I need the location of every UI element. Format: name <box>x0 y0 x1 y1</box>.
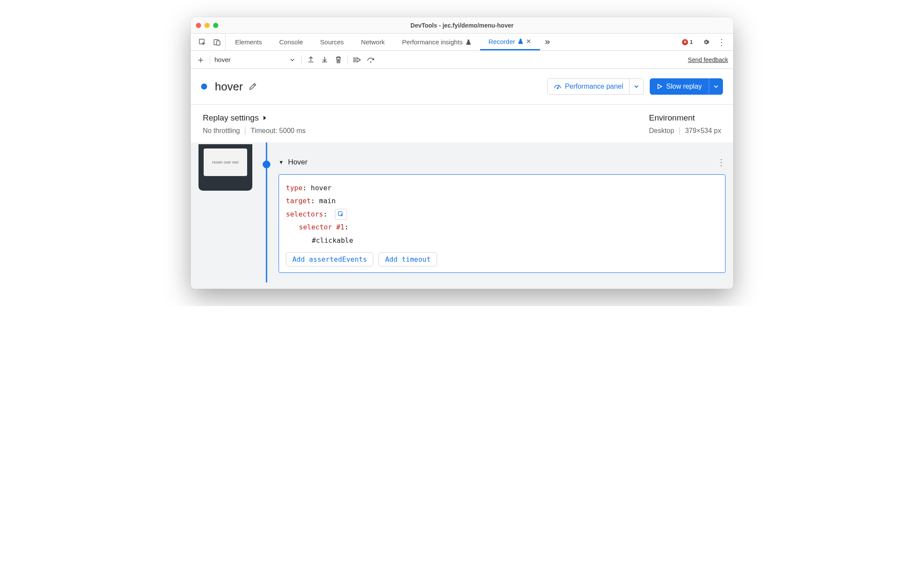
selector-1-key: selector #1 <box>299 223 344 231</box>
flask-icon <box>518 38 524 44</box>
send-feedback-link[interactable]: Send feedback <box>688 56 728 63</box>
replay-settings-heading[interactable]: Replay settings <box>203 113 306 123</box>
tab-performance-insights[interactable]: Performance insights <box>394 34 480 50</box>
step-title: Hover <box>288 158 307 167</box>
error-count-badge[interactable]: ✕ 1 <box>679 38 695 46</box>
step-target-value[interactable]: main <box>319 197 336 205</box>
step-selectors-key: selectors <box>286 210 323 218</box>
timeout-value: Timeout: 5000 ms <box>251 127 305 135</box>
svg-point-4 <box>557 88 558 89</box>
step-play-icon[interactable] <box>352 55 362 65</box>
step-type-value[interactable]: hover <box>311 184 332 192</box>
tab-sources[interactable]: Sources <box>312 34 353 50</box>
play-icon <box>657 84 663 90</box>
recording-header: hover Performance panel <box>191 69 733 105</box>
chevron-down-icon[interactable] <box>288 55 297 65</box>
kebab-menu-icon[interactable]: ⋮ <box>717 37 726 47</box>
slow-replay-caret[interactable] <box>709 78 723 95</box>
new-recording-icon[interactable]: ＋ <box>196 55 205 65</box>
thumbnail-content: Hover over me! <box>204 148 247 176</box>
window-title: DevTools - jec.fyi/demo/menu-hover <box>191 22 733 29</box>
tab-network[interactable]: Network <box>353 34 394 50</box>
edit-title-icon[interactable] <box>248 82 257 91</box>
devtools-window: DevTools - jec.fyi/demo/menu-hover Eleme… <box>191 17 733 289</box>
svg-point-3 <box>370 61 372 62</box>
inspect-tools <box>194 34 226 50</box>
settings-gear-icon[interactable] <box>701 37 711 47</box>
svg-rect-2 <box>217 41 220 45</box>
device-value: Desktop <box>649 127 674 135</box>
step-kebab-icon[interactable]: ⋮ <box>717 157 726 167</box>
titlebar: DevTools - jec.fyi/demo/menu-hover <box>191 17 733 34</box>
step-body: type: hover target: main selectors: sele… <box>279 174 726 273</box>
error-count: 1 <box>690 39 693 45</box>
environment-heading: Environment <box>649 113 721 123</box>
slow-replay-main[interactable]: Slow replay <box>650 83 709 90</box>
panel-tabs: Elements Console Sources Network Perform… <box>191 34 733 51</box>
selector-picker-icon[interactable] <box>335 209 347 220</box>
recording-select[interactable]: hover <box>214 56 283 63</box>
step-thumbnail[interactable]: Hover over me! <box>198 144 252 191</box>
import-icon[interactable] <box>320 55 329 65</box>
more-tabs-icon[interactable] <box>543 37 552 47</box>
error-icon: ✕ <box>682 39 688 45</box>
collapse-triangle-icon: ▼ <box>279 159 284 165</box>
close-tab-icon[interactable]: ✕ <box>526 38 531 45</box>
inspect-element-icon[interactable] <box>198 37 207 47</box>
export-icon[interactable] <box>306 55 316 65</box>
add-timeout-button[interactable]: Add timeout <box>378 252 437 266</box>
device-toggle-icon[interactable] <box>212 37 222 47</box>
settings-row: Replay settings No throttling Timeout: 5… <box>191 105 733 142</box>
recording-status-dot <box>201 84 207 90</box>
recorder-toolbar: ＋ hover Send feedback <box>191 51 733 69</box>
dimensions-value: 379×534 px <box>685 127 721 135</box>
tab-recorder[interactable]: Recorder ✕ <box>480 34 540 50</box>
step-target-key: target <box>286 197 311 205</box>
step-over-icon[interactable] <box>366 55 375 65</box>
chevron-right-icon <box>262 115 267 121</box>
tab-console[interactable]: Console <box>271 34 312 50</box>
timeline-step-dot <box>263 161 270 168</box>
tab-elements[interactable]: Elements <box>226 34 271 50</box>
gauge-icon <box>554 83 561 90</box>
selector-1-value[interactable]: #clickable <box>312 236 353 244</box>
performance-panel-main[interactable]: Performance panel <box>548 83 629 90</box>
performance-panel-caret[interactable] <box>629 79 643 94</box>
flask-icon <box>465 39 471 45</box>
add-asserted-events-button[interactable]: Add assertedEvents <box>286 252 373 266</box>
recording-title: hover <box>215 80 243 93</box>
timeline: Hover over me! ▼ Hover ⋮ type: hover tar… <box>191 142 733 289</box>
performance-panel-button: Performance panel <box>547 78 644 95</box>
slow-replay-button: Slow replay <box>650 78 723 95</box>
step-type-key: type <box>286 184 303 192</box>
throttling-value: No throttling <box>203 127 240 135</box>
delete-icon[interactable] <box>334 55 343 65</box>
step-header[interactable]: ▼ Hover ⋮ <box>279 157 726 167</box>
